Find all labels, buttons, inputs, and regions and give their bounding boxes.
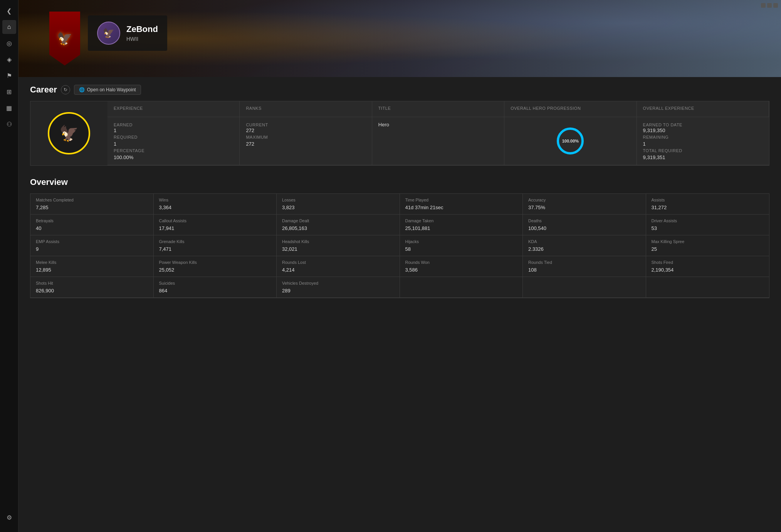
overview-stats-grid: Matches Completed 7,285 Wins 3,364 Losse… xyxy=(30,193,769,298)
stat-cell: Shots Hit 826,900 xyxy=(30,277,154,298)
open-waypoint-button[interactable]: 🌐 Open on Halo Waypoint xyxy=(74,85,141,95)
progress-ring-label: 100.00% xyxy=(555,126,586,156)
stat-label: Rounds Lost xyxy=(282,260,394,265)
stat-value: 826,900 xyxy=(36,288,148,294)
earned-value: 1 xyxy=(114,128,233,133)
stat-cell: Rounds Tied 108 xyxy=(523,256,646,277)
stat-value: 40 xyxy=(36,225,148,231)
stat-value: 108 xyxy=(528,267,640,273)
percentage-label: Percentage xyxy=(114,148,233,153)
career-title: Career xyxy=(30,85,57,95)
stat-value: 25,052 xyxy=(159,267,271,273)
stat-value: 289 xyxy=(282,288,394,294)
percentage-value: 100.00% xyxy=(114,154,233,160)
sidebar-item-store[interactable]: ⊞ xyxy=(2,85,16,99)
emblem-shield: 🦅 xyxy=(49,12,80,65)
stat-value: 3,823 xyxy=(282,205,394,210)
stat-cell: Rounds Won 3,586 xyxy=(400,256,523,277)
stat-value: 17,941 xyxy=(159,225,271,231)
overall-experience-label: Overall Experience xyxy=(643,106,763,111)
window-controls xyxy=(761,3,778,8)
remaining-value: 1 xyxy=(643,141,763,147)
career-ranks-values: Current 272 Maximum 272 xyxy=(240,117,372,165)
career-experience-header: Experience xyxy=(107,101,240,117)
progress-ring: 100.00% xyxy=(555,126,586,156)
stat-value: 4,214 xyxy=(282,267,394,273)
current-rank-value: 272 xyxy=(246,128,365,133)
chevron-left-icon: ❮ xyxy=(7,7,12,15)
profile-game: HWII xyxy=(126,36,158,42)
sidebar-item-home[interactable]: ⌂ xyxy=(2,20,16,34)
stat-label: Betrayals xyxy=(36,218,148,223)
hero-progression-cell: 100.00% xyxy=(504,117,637,165)
maximize-button[interactable] xyxy=(767,3,772,8)
sidebar-item-trophy[interactable]: ⚑ xyxy=(2,69,16,82)
stat-value: 7,471 xyxy=(159,246,271,252)
stat-value: 3,364 xyxy=(159,205,271,210)
stat-cell: KDA 2.3326 xyxy=(523,235,646,256)
stat-value: 864 xyxy=(159,288,271,294)
stat-label: Rounds Tied xyxy=(528,260,640,265)
stat-cell: Grenade Kills 7,471 xyxy=(154,235,277,256)
career-experience-values: Earned 1 Required 1 Percentage 100.00% xyxy=(107,117,240,165)
earned-label: Earned xyxy=(114,123,133,127)
stat-label: Hijacks xyxy=(405,239,517,244)
stat-value: 37.75% xyxy=(528,205,640,210)
stat-cell: Max Killing Spree 25 xyxy=(646,235,769,256)
career-title-header: Title xyxy=(372,101,504,117)
stat-value: 58 xyxy=(405,246,517,252)
close-button[interactable] xyxy=(773,3,778,8)
overall-experience-values: Earned To Date 9,319,350 Remaining 1 Tot… xyxy=(637,117,769,165)
sidebar-item-settings[interactable]: ⚙ xyxy=(2,510,16,524)
sidebar-item-people[interactable]: ⚇ xyxy=(2,117,16,131)
stat-label: Wins xyxy=(159,198,271,202)
home-icon: ⌂ xyxy=(7,23,11,30)
remaining-label: Remaining xyxy=(643,135,763,139)
stat-label: Power Weapon Kills xyxy=(159,260,271,265)
stat-value: 2.3326 xyxy=(528,246,640,252)
stat-value: 53 xyxy=(652,225,764,231)
sidebar-item-social[interactable]: ◎ xyxy=(2,36,16,50)
stat-value: 100,540 xyxy=(528,225,640,231)
stat-cell: Damage Taken 25,101,881 xyxy=(400,215,523,235)
shield-icon: ◈ xyxy=(7,56,12,63)
stat-label: Suicides xyxy=(159,281,271,285)
stat-label: Shots Fired xyxy=(652,260,764,265)
title-value: Hero xyxy=(378,122,498,128)
stat-cell: Wins 3,364 xyxy=(154,194,277,215)
stat-value: 2,190,354 xyxy=(652,267,764,273)
career-hero-progression-header: Overall Hero Progression xyxy=(504,101,637,117)
stat-label: Matches Completed xyxy=(36,198,148,202)
minimize-button[interactable] xyxy=(761,3,766,8)
stat-cell: Melee Kills 12,895 xyxy=(30,256,154,277)
stat-label: Accuracy xyxy=(528,198,640,202)
store-icon: ⊞ xyxy=(7,88,12,96)
total-required-value: 9,319,351 xyxy=(643,154,763,160)
sidebar-collapse-btn[interactable]: ❮ xyxy=(2,4,16,18)
sidebar-item-calendar[interactable]: ▦ xyxy=(2,101,16,115)
sidebar-item-shield[interactable]: ◈ xyxy=(2,52,16,66)
main-content: 🦅 🦅 ZeBond HWII Career ↻ 🌐 Open on H xyxy=(18,0,781,532)
experience-label: Experience xyxy=(114,106,233,111)
career-refresh-button[interactable]: ↻ xyxy=(61,85,70,94)
stat-cell: Power Weapon Kills 25,052 xyxy=(154,256,277,277)
stat-cell: Headshot Kills 32,021 xyxy=(277,235,400,256)
career-header: Career ↻ 🌐 Open on Halo Waypoint xyxy=(30,85,769,95)
stat-cell: EMP Assists 9 xyxy=(30,235,154,256)
sidebar: ❮ ⌂ ◎ ◈ ⚑ ⊞ ▦ ⚇ ⚙ xyxy=(0,0,18,532)
stat-cell: Time Played 41d 37min 21sec xyxy=(400,194,523,215)
stat-cell: Vehicles Destroyed 289 xyxy=(277,277,400,298)
trophy-icon: ⚑ xyxy=(7,72,12,79)
stat-label: EMP Assists xyxy=(36,239,148,244)
stat-label: Callout Assists xyxy=(159,218,271,223)
stat-label: KDA xyxy=(528,239,640,244)
stat-value: 25,101,881 xyxy=(405,225,517,231)
stat-cell: Betrayals 40 xyxy=(30,215,154,235)
banner-emblem: 🦅 xyxy=(42,4,88,73)
stat-value: 26,805,163 xyxy=(282,225,394,231)
current-label: Current xyxy=(246,123,268,127)
stat-cell: Driver Assists 53 xyxy=(646,215,769,235)
required-value: 1 xyxy=(114,141,233,147)
maximum-rank-value: 272 xyxy=(246,141,365,147)
stat-label: Damage Dealt xyxy=(282,218,394,223)
